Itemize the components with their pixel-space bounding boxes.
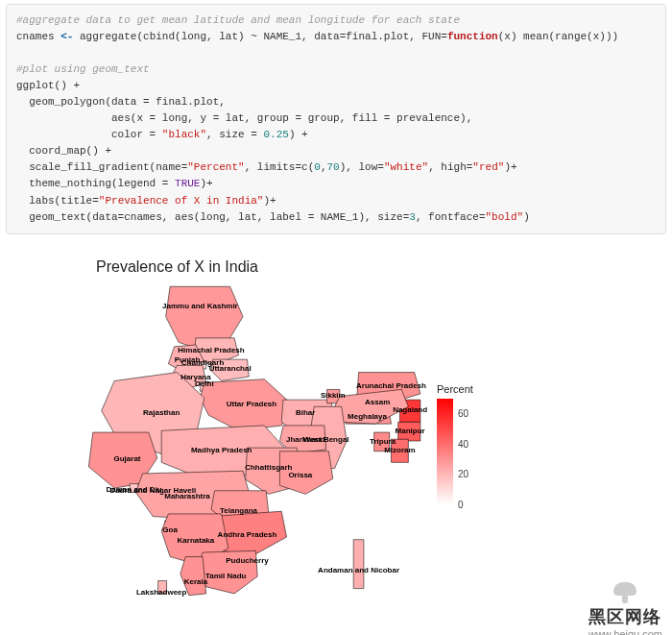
code-text: aggregate(cbind(long, lat) ~ NAME_1, dat… (73, 31, 446, 42)
code-keyword: function (447, 31, 498, 42)
state-poly-uttar-pradesh (200, 379, 294, 430)
code-text: labs(title= (16, 195, 99, 207)
india-map: Jammu and KashmirHimachal PradeshPunjabC… (67, 263, 427, 619)
code-text: coord_map() + (16, 145, 111, 157)
state-poly-orissa (279, 451, 332, 494)
code-text: scale_fill_gradient(name= (16, 161, 187, 173)
watermark-brand: 黑区网络 (588, 605, 662, 628)
code-text: , fontface= (416, 211, 486, 223)
code-string: "bold" (486, 211, 524, 223)
code-block: #aggregate data to get mean latitude and… (6, 4, 666, 234)
legend-colorbar (437, 399, 453, 504)
code-string: "black" (162, 129, 206, 140)
figure-area: Prevalence of X in India Jammu and Kashm… (0, 234, 672, 635)
code-string: "white" (384, 161, 428, 173)
code-text: ggplot() + (16, 80, 80, 91)
state-poly-tamil-nadu (198, 550, 258, 594)
watermark-url: www.heiqu.com (588, 628, 662, 635)
code-text: )+ (200, 178, 212, 189)
legend-tick: 40 (458, 440, 468, 450)
legend: Percent 0204060 (437, 383, 504, 504)
code-number: 70 (327, 161, 340, 173)
code-const: TRUE (175, 178, 200, 189)
code-text: ), low= (340, 161, 384, 173)
state-poly-kerala (180, 556, 206, 595)
code-string: "red" (472, 161, 504, 173)
legend-tick: 0 (458, 501, 464, 510)
legend-tick: 60 (458, 409, 468, 419)
code-text: , high= (428, 161, 472, 173)
code-text: theme_nothing(legend = (16, 178, 175, 189)
code-operator: <- (60, 31, 73, 42)
mushroom-icon (612, 580, 638, 603)
state-poly-lakshadweep (158, 580, 167, 593)
code-number: 3 (409, 211, 416, 223)
code-number: 0.25 (263, 129, 288, 140)
state-poly-mizoram (392, 439, 409, 462)
code-string: "Percent" (187, 161, 244, 173)
state-poly-tripura (374, 432, 390, 452)
code-text: )+ (263, 195, 276, 207)
code-text: (x) mean(range(x))) (498, 31, 618, 42)
map-svg (67, 263, 427, 619)
state-poly-manipur (398, 422, 420, 441)
code-text: , limits=c( (245, 161, 315, 173)
code-comment: #plot using geom_text (16, 63, 150, 75)
legend-title: Percent (437, 383, 504, 395)
code-number: 0 (314, 161, 321, 173)
code-text: geom_polygon(data = final.plot, (16, 96, 226, 108)
code-text: cnames (16, 31, 60, 42)
code-text: geom_text(data=cnames, aes(long, lat, la… (16, 211, 409, 223)
code-text: ) + (289, 129, 308, 140)
code-text: aes(x = long, y = lat, group = group, fi… (16, 112, 472, 124)
code-text: ) (523, 211, 530, 223)
code-string: "Prevalence of X in India" (99, 195, 264, 207)
state-poly-andaman-and-nicobar (353, 539, 364, 588)
code-text: , size = (206, 129, 263, 140)
watermark: 黑区网络 www.heiqu.com (588, 580, 662, 635)
code-comment: #aggregate data to get mean latitude and… (16, 14, 460, 26)
code-text: )+ (504, 161, 516, 173)
legend-tick: 20 (458, 470, 468, 479)
state-poly-assam (335, 389, 409, 424)
code-text: color = (16, 129, 162, 140)
code-text: , (321, 161, 327, 173)
state-poly-uttaranchal (211, 359, 249, 380)
